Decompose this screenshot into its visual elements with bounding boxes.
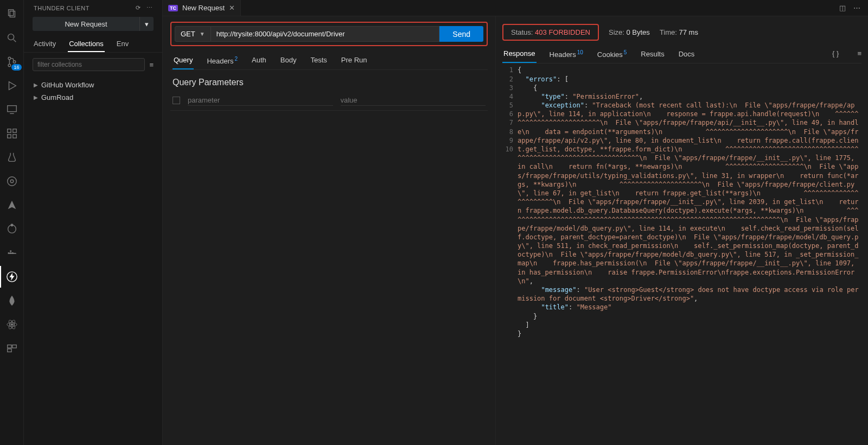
list-icon[interactable]: ≡ [149, 61, 154, 69]
new-request-button[interactable]: New Request [33, 17, 139, 31]
svg-rect-21 [10, 250, 11, 252]
wrap-icon[interactable]: ≡ [857, 49, 861, 61]
svg-rect-1 [10, 11, 15, 17]
response-pane: Status: 403 FORBIDDEN Size: 0 Bytes Time… [496, 16, 868, 445]
thunder-badge: TC [168, 5, 178, 11]
time-stat: Time: 77 ms [660, 28, 698, 36]
remote-explorer-icon[interactable] [0, 99, 24, 120]
tab-resp-headers[interactable]: Headers10 [548, 47, 584, 63]
url-input[interactable] [211, 26, 440, 42]
svg-point-4 [8, 57, 11, 60]
svg-rect-30 [7, 349, 11, 352]
docker-icon[interactable] [0, 242, 24, 264]
chevron-right-icon: ▶ [34, 82, 38, 88]
svg-line-3 [13, 40, 16, 42]
testing-icon[interactable] [0, 147, 24, 168]
sidebar-tabs: Activity Collections Env [24, 36, 162, 53]
format-json-icon[interactable]: { } [832, 49, 839, 61]
collection-label: GitHub Workflow [41, 81, 94, 89]
svg-rect-11 [7, 135, 10, 138]
svg-rect-9 [7, 129, 10, 132]
svg-rect-8 [7, 106, 16, 112]
more-editor-icon[interactable]: ⋯ [853, 4, 860, 12]
chevron-down-icon: ▼ [200, 31, 205, 37]
collection-item[interactable]: ▶ GumRoad [28, 91, 158, 104]
svg-marker-23 [9, 273, 14, 281]
method-value: GET [181, 30, 195, 38]
response-body[interactable]: 1 2 3 4 5 6 7 8 9 10 { "errors": [ { "ty… [502, 63, 861, 445]
ai-icon[interactable] [0, 218, 24, 240]
query-param-row [170, 93, 488, 111]
chevron-right-icon: ▶ [34, 94, 38, 100]
tab-env[interactable]: Env [116, 36, 130, 52]
svg-point-2 [8, 34, 14, 40]
svg-point-6 [13, 61, 16, 63]
mongodb-icon[interactable] [0, 290, 24, 312]
svg-rect-28 [7, 345, 11, 348]
tab-activity[interactable]: Activity [33, 36, 57, 52]
editor-tab-bar: TC New Request ✕ ◫ ⋯ [163, 0, 868, 16]
split-editor-icon[interactable]: ◫ [839, 4, 846, 12]
sidebar-title: THUNDER CLIENT [34, 5, 90, 11]
request-tabs: Query Headers2 Auth Body Tests Pre Run [170, 46, 488, 70]
new-request-dropdown[interactable]: ▾ [139, 17, 154, 31]
collection-item[interactable]: ▶ GitHub Workflow [28, 79, 158, 91]
send-button[interactable]: Send [439, 26, 483, 42]
editor-tab-title: New Request [182, 4, 225, 12]
size-stat: Size: 0 Bytes [609, 28, 650, 36]
source-control-badge: 16 [11, 64, 21, 71]
status-box: Status: 403 FORBIDDEN [502, 24, 599, 41]
request-url-bar: GET ▼ Send [170, 22, 488, 46]
timeline-icon[interactable] [0, 170, 24, 192]
sidebar: THUNDER CLIENT ⟳ ⋯ New Request ▾ Activit… [24, 0, 163, 445]
svg-point-17 [11, 224, 13, 226]
tab-cookies[interactable]: Cookies5 [596, 47, 628, 63]
query-parameters-title: Query Parameters [170, 70, 488, 93]
status-label: Status: [511, 28, 533, 36]
editor-tab[interactable]: TC New Request ✕ [163, 0, 241, 16]
tab-docs[interactable]: Docs [678, 48, 696, 62]
svg-rect-29 [12, 345, 16, 348]
svg-rect-10 [12, 129, 16, 132]
sidebar-header: THUNDER CLIENT ⟳ ⋯ [24, 0, 162, 15]
request-pane: GET ▼ Send Query Headers2 Auth Body Test… [163, 16, 496, 445]
method-select[interactable]: GET ▼ [175, 26, 211, 42]
source-control-icon[interactable]: 16 [0, 51, 24, 73]
svg-point-13 [7, 177, 16, 186]
tab-auth[interactable]: Auth [251, 54, 267, 69]
response-status-row: Status: 403 FORBIDDEN Size: 0 Bytes Time… [502, 22, 861, 47]
status-value: 403 FORBIDDEN [535, 28, 590, 36]
explorer-icon[interactable] [0, 3, 24, 25]
param-checkbox[interactable] [173, 97, 180, 104]
svg-point-5 [8, 64, 11, 67]
run-debug-icon[interactable] [0, 75, 24, 97]
collection-label: GumRoad [41, 93, 73, 101]
svg-marker-15 [8, 201, 16, 209]
refresh-icon[interactable]: ⟳ [136, 4, 141, 11]
svg-rect-0 [8, 10, 13, 16]
svg-point-14 [10, 180, 14, 183]
svg-point-24 [11, 323, 13, 326]
search-icon[interactable] [0, 27, 24, 49]
thunder-client-icon[interactable] [0, 266, 24, 288]
tab-results[interactable]: Results [640, 48, 665, 62]
activity-bar: 16 [0, 0, 24, 445]
tab-query[interactable]: Query [173, 54, 194, 69]
tab-response[interactable]: Response [502, 47, 537, 63]
tab-headers[interactable]: Headers2 [206, 54, 239, 69]
param-name-input[interactable] [188, 95, 333, 106]
more-icon[interactable]: ⋯ [146, 4, 153, 11]
svg-marker-7 [9, 82, 16, 90]
close-tab-icon[interactable]: ✕ [229, 4, 235, 12]
param-value-input[interactable] [341, 95, 486, 106]
react-icon[interactable] [0, 314, 24, 335]
tab-body[interactable]: Body [279, 54, 298, 69]
response-tabs: Response Headers10 Cookies5 Results Docs… [502, 47, 861, 63]
navigation-icon[interactable] [0, 194, 24, 216]
extensions-icon[interactable] [0, 123, 24, 144]
filter-collections-input[interactable] [33, 58, 145, 71]
tab-pre-run[interactable]: Pre Run [340, 54, 368, 69]
tab-tests[interactable]: Tests [310, 54, 328, 69]
projects-icon[interactable] [0, 338, 24, 359]
tab-collections[interactable]: Collections [68, 36, 105, 52]
